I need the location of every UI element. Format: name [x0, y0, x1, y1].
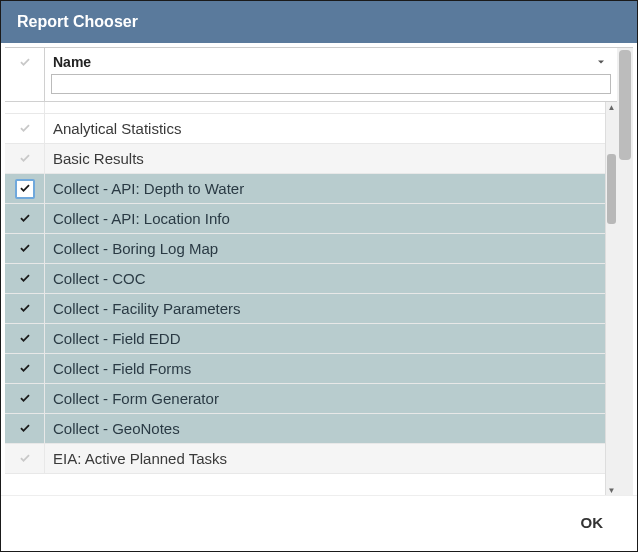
row-name-cell: Collect - Facility Parameters [45, 300, 605, 317]
row-name-cell: Collect - API: Depth to Water [45, 180, 605, 197]
row-name-cell: Collect - Form Generator [45, 390, 605, 407]
rows-container: Analytical StatisticsBasic ResultsCollec… [5, 102, 605, 495]
row-name-cell: Collect - Boring Log Map [45, 240, 605, 257]
row-name-cell: Collect - API: Location Info [45, 210, 605, 227]
name-filter-input[interactable] [51, 74, 611, 94]
chevron-down-icon [595, 56, 607, 68]
table-row[interactable]: EIA: Active Planned Tasks [5, 444, 605, 474]
row-checkbox-cell[interactable] [5, 354, 45, 383]
dialog-content: Name Analytical StatisticsBasic ResultsC… [1, 43, 637, 495]
row-checkbox-cell[interactable] [5, 102, 45, 113]
row-checkbox-cell[interactable] [5, 264, 45, 293]
header-name-cell: Name [45, 48, 617, 101]
check-icon [16, 390, 34, 408]
row-name-cell: Basic Results [45, 150, 605, 167]
table-row[interactable]: Collect - Field Forms [5, 354, 605, 384]
row-checkbox-cell[interactable] [5, 234, 45, 263]
row-checkbox-cell[interactable] [5, 294, 45, 323]
check-icon [16, 150, 34, 168]
dialog-title: Report Chooser [1, 1, 637, 43]
row-checkbox-cell[interactable] [5, 144, 45, 173]
grid-header-row: Name [5, 48, 617, 102]
table-row[interactable]: Analytical Statistics [5, 114, 605, 144]
row-name-cell: Collect - COC [45, 270, 605, 287]
table-row[interactable]: Collect - Field EDD [5, 324, 605, 354]
check-icon [16, 270, 34, 288]
rows-viewport: Analytical StatisticsBasic ResultsCollec… [5, 102, 617, 495]
ok-button[interactable]: OK [571, 508, 614, 537]
row-checkbox-cell[interactable] [5, 414, 45, 443]
check-icon [16, 120, 34, 138]
column-header-name[interactable]: Name [51, 52, 611, 74]
table-row[interactable]: Collect - Facility Parameters [5, 294, 605, 324]
scrollbar-thumb[interactable] [607, 154, 616, 224]
table-row[interactable]: Collect - COC [5, 264, 605, 294]
scroll-down-icon: ▼ [606, 485, 617, 495]
check-icon [16, 210, 34, 228]
row-name-cell: EIA: Active Planned Tasks [45, 450, 605, 467]
row-name-cell: Collect - GeoNotes [45, 420, 605, 437]
inner-scrollbar[interactable]: ▲ ▼ [605, 102, 617, 495]
table-row[interactable]: Collect - API: Location Info [5, 204, 605, 234]
outer-scrollbar[interactable] [617, 48, 633, 495]
dialog-footer: OK [1, 495, 637, 551]
table-row[interactable]: Collect - API: Depth to Water [5, 174, 605, 204]
row-checkbox-cell[interactable] [5, 204, 45, 233]
scrollbar-thumb[interactable] [619, 50, 631, 160]
row-checkbox-cell[interactable] [5, 384, 45, 413]
header-checkbox-cell[interactable] [5, 48, 45, 101]
table-row[interactable]: Basic Results [5, 144, 605, 174]
check-icon [16, 450, 34, 468]
row-checkbox-cell[interactable] [5, 114, 45, 143]
check-icon [16, 330, 34, 348]
check-icon [16, 420, 34, 438]
table-row[interactable] [5, 102, 605, 114]
check-icon [16, 240, 34, 258]
column-label: Name [53, 54, 91, 70]
check-icon [16, 54, 34, 72]
table-row[interactable]: Collect - GeoNotes [5, 414, 605, 444]
grid-wrap: Name Analytical StatisticsBasic ResultsC… [5, 47, 633, 495]
row-name-cell: Collect - Field Forms [45, 360, 605, 377]
row-checkbox-cell[interactable] [5, 444, 45, 473]
report-chooser-dialog: Report Chooser Name [0, 0, 638, 552]
check-icon [16, 300, 34, 318]
row-name-cell: Collect - Field EDD [45, 330, 605, 347]
grid: Name Analytical StatisticsBasic ResultsC… [5, 48, 617, 495]
table-row[interactable]: Collect - Boring Log Map [5, 234, 605, 264]
row-checkbox-cell[interactable] [5, 324, 45, 353]
row-name-cell: Analytical Statistics [45, 120, 605, 137]
scroll-up-icon: ▲ [606, 102, 617, 112]
row-checkbox-cell[interactable] [5, 174, 45, 203]
check-icon [16, 360, 34, 378]
check-icon [15, 179, 35, 199]
table-row[interactable]: Collect - Form Generator [5, 384, 605, 414]
